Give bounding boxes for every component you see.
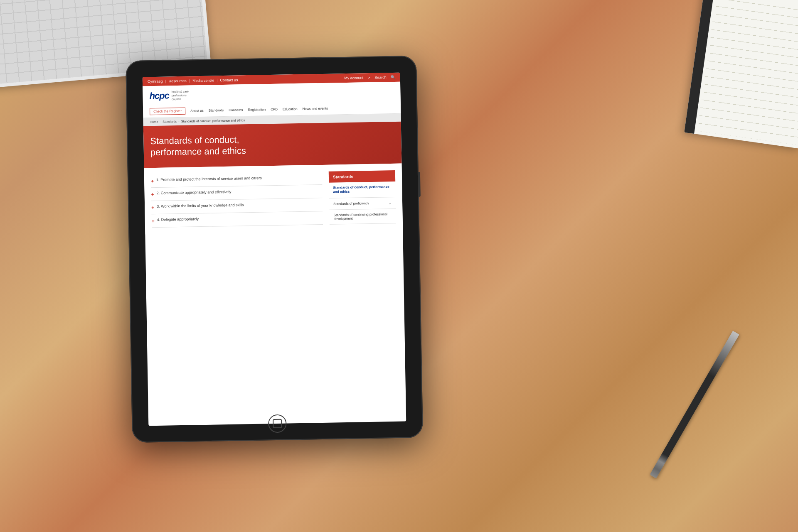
topbar-media-centre[interactable]: Media centre (192, 78, 214, 83)
breadcrumb-standards[interactable]: Standards (163, 120, 177, 124)
hero-title-line2: performance and ethics (150, 145, 246, 157)
hero-section: Standards of conduct, performance and et… (143, 122, 402, 168)
nav-registration[interactable]: Registration (248, 108, 266, 112)
breadcrumb-sep-1: - (160, 120, 161, 124)
check-register-button[interactable]: Check the Register (150, 108, 185, 115)
nav-education[interactable]: Education (283, 107, 298, 111)
breadcrumb-sep-2: - (178, 120, 180, 123)
logo[interactable]: hcpc health & care professions council (149, 90, 189, 102)
list-item-text-3: 3. Work within the limits of your knowle… (157, 203, 244, 208)
top-bar-right: My account ↗ Search 🔍 (344, 75, 395, 80)
plus-icon-1: + (151, 178, 154, 184)
topbar-my-account[interactable]: My account (344, 76, 363, 80)
power-button (418, 172, 421, 197)
hero-title: Standards of conduct, performance and et… (150, 132, 395, 158)
sidebar-link-proficiency[interactable]: Standards of proficiency ⌄ (329, 197, 396, 210)
topbar-divider-1: | (165, 79, 166, 83)
right-sidebar: Standards Standards of conduct, performa… (329, 170, 396, 225)
breadcrumb-home[interactable]: Home (150, 120, 158, 124)
list-item-text-2: 2. Communicate appropriately and effecti… (157, 190, 232, 195)
search-icon: 🔍 (391, 75, 395, 79)
left-content: + 1. Promote and protect the interests o… (151, 172, 330, 228)
logo-hcpc-text: hcpc (149, 90, 169, 101)
topbar-cymraeg[interactable]: Cymraeg (148, 79, 163, 84)
chevron-icon: ⌄ (388, 201, 392, 205)
topbar-resources[interactable]: Resources (169, 79, 187, 83)
notebook-lines (697, 0, 798, 145)
home-button[interactable] (268, 414, 287, 433)
list-item[interactable]: + 4. Delegate appropriately (151, 211, 323, 228)
sidebar-heading: Standards (329, 170, 395, 183)
notebook (684, 0, 798, 149)
breadcrumb-current: Standards of conduct, performance and et… (181, 118, 245, 123)
sidebar-link-conduct[interactable]: Standards of conduct, performance and et… (329, 181, 396, 199)
ipad-screen: Cymraeg | Resources | Media centre | Con… (143, 73, 406, 426)
list-item-text-4: 4. Delegate appropriately (157, 217, 199, 222)
topbar-search[interactable]: Search (374, 75, 387, 79)
hero-title-line1: Standards of conduct, (150, 135, 239, 147)
topbar-divider-2: | (189, 78, 190, 83)
sidebar-link-cpd-label: Standards of continuing professional dev… (334, 212, 392, 221)
topbar-contact-us[interactable]: Contact us (220, 78, 238, 82)
nav-standards[interactable]: Standards (209, 108, 224, 113)
nav-concerns[interactable]: Concerns (229, 108, 243, 113)
nav-about-us[interactable]: About us (190, 109, 204, 113)
logo-tagline: health & care professions council (172, 90, 189, 101)
plus-icon-2: + (151, 191, 154, 197)
topbar-divider-3: | (217, 78, 218, 82)
topbar-external-icon: ↗ (367, 76, 370, 79)
list-item-text-1: 1. Promote and protect the interests of … (156, 176, 262, 182)
nav-cpd[interactable]: CPD (271, 108, 278, 111)
plus-icon-3: + (151, 205, 154, 211)
plus-icon-4: + (152, 218, 155, 224)
ipad-frame: Cymraeg | Resources | Media centre | Con… (126, 56, 423, 443)
main-content: + 1. Promote and protect the interests o… (144, 164, 403, 235)
sidebar-link-proficiency-label: Standards of proficiency (333, 201, 369, 206)
sidebar-link-cpd[interactable]: Standards of continuing professional dev… (329, 209, 396, 225)
nav-news-events[interactable]: News and events (303, 107, 328, 111)
